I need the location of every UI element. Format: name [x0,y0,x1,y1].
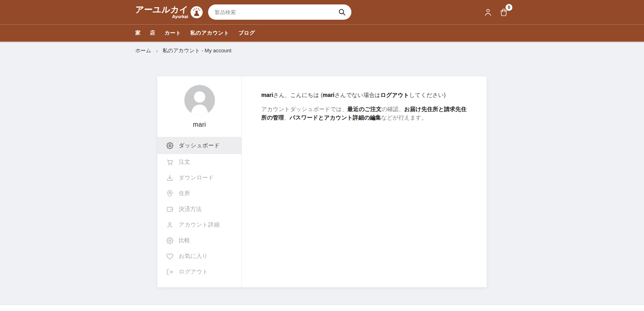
sidebar-item-payment-methods[interactable]: 決済方法 [157,201,242,217]
search-button[interactable] [338,8,346,16]
cart-icon [166,159,173,166]
text-segment: などが行えます。 [381,114,427,121]
sidebar-item-label: アカウント詳細 [179,221,220,229]
sidebar-item-compare[interactable]: 比較 [157,233,242,248]
account-sidebar: mari ダッシュボード注文ダウンロード住所決済方法アカウント詳細比較お気に入り… [157,76,242,287]
nav-link-blog[interactable]: ブログ [238,29,255,37]
site-logo[interactable]: アーユルカイ Ayurkai [135,5,203,19]
footer-strip [0,305,644,311]
text-segment: さん、こんにちは ( [273,92,323,98]
sidebar-item-label: ログアウト [179,268,208,276]
account-menu: ダッシュボード注文ダウンロード住所決済方法アカウント詳細比較お気に入りログアウト [157,137,242,280]
greeting-text: mariさん、こんにちは (mariさんでない場合はログアウトしてください) [261,91,467,99]
ayurkai-meditation-logo-icon [190,6,203,19]
page-background: ホーム›私のアカウント - My account mari ダッシュボード注文ダ… [0,42,644,305]
sidebar-item-orders[interactable]: 注文 [157,154,242,170]
text-link-segment[interactable]: 最近のご注文 [347,106,382,112]
text-link-segment[interactable]: ログアウト [380,92,409,98]
site-header: アーユルカイ Ayurkai [0,0,644,25]
sidebar-item-downloads[interactable]: ダウンロード [157,170,242,185]
product-search [208,4,351,20]
logout-icon [166,268,173,276]
cart-button[interactable]: 0 [499,7,509,17]
sidebar-item-label: 注文 [179,159,190,166]
sidebar-item-account-details[interactable]: アカウント詳細 [157,217,242,233]
text-segment: 、 [284,114,289,121]
text-segment: さんでない場合は [334,92,380,98]
user-icon [166,221,173,229]
dashboard-description-text: アカウントダッシュボードでは、最近のご注文の確認、お届け先住所と請求先住所の管理… [261,105,467,122]
sidebar-item-dashboard[interactable]: ダッシュボード [157,137,242,154]
sidebar-item-label: ダウンロード [179,174,214,181]
text-segment: mari [261,92,273,98]
text-segment: の確認、 [382,106,404,112]
breadcrumb: ホーム›私のアカウント - My account [135,42,509,54]
gear-icon [166,142,173,149]
sidebar-item-addresses[interactable]: 住所 [157,185,242,201]
profile-section: mari [157,76,242,137]
account-card: mari ダッシュボード注文ダウンロード住所決済方法アカウント詳細比較お気に入り… [157,76,487,287]
logo-subtitle: Ayurkai [172,14,188,19]
text-segment: mari [322,92,334,98]
main-nav-list: 家店カート私のアカウントブログ [135,25,509,41]
user-icon [483,8,493,17]
sidebar-item-label: ダッシュボード [179,142,220,149]
breadcrumb-item-home[interactable]: ホーム [135,47,151,54]
text-segment: してください) [409,92,446,98]
sidebar-item-label: お気に入り [179,253,208,260]
nav-link-home[interactable]: 家 [135,29,141,37]
wallet-icon [166,206,173,213]
sidebar-item-label: 住所 [179,190,190,197]
map-pin-icon [166,190,173,197]
sidebar-item-logout[interactable]: ログアウト [157,264,242,280]
nav-link-my-account[interactable]: 私のアカウント [190,29,229,37]
avatar [184,85,215,115]
download-icon [166,174,173,181]
breadcrumb-item-my-account: 私のアカウント - My account [163,47,231,54]
account-content: mariさん、こんにちは (mariさんでない場合はログアウトしてください) ア… [242,76,487,287]
logo-title: アーユルカイ [135,5,189,14]
nav-link-cart[interactable]: カート [165,29,181,37]
sidebar-item-label: 決済方法 [179,206,202,213]
text-link-segment[interactable]: パスワードとアカウント詳細の編集 [289,114,381,121]
gear-icon [166,237,173,244]
search-icon [338,8,346,16]
sidebar-item-wishlist[interactable]: お気に入り [157,248,242,264]
search-input[interactable] [208,4,351,20]
sidebar-item-label: 比較 [179,237,190,244]
main-nav: 家店カート私のアカウントブログ [0,25,644,42]
breadcrumb-separator: › [156,48,158,54]
heart-icon [166,253,173,260]
nav-link-shop[interactable]: 店 [150,29,156,37]
cart-count-badge: 0 [506,4,512,11]
profile-username: mari [157,121,242,128]
account-button[interactable] [483,7,493,17]
text-segment: アカウントダッシュボードでは、 [261,106,347,112]
